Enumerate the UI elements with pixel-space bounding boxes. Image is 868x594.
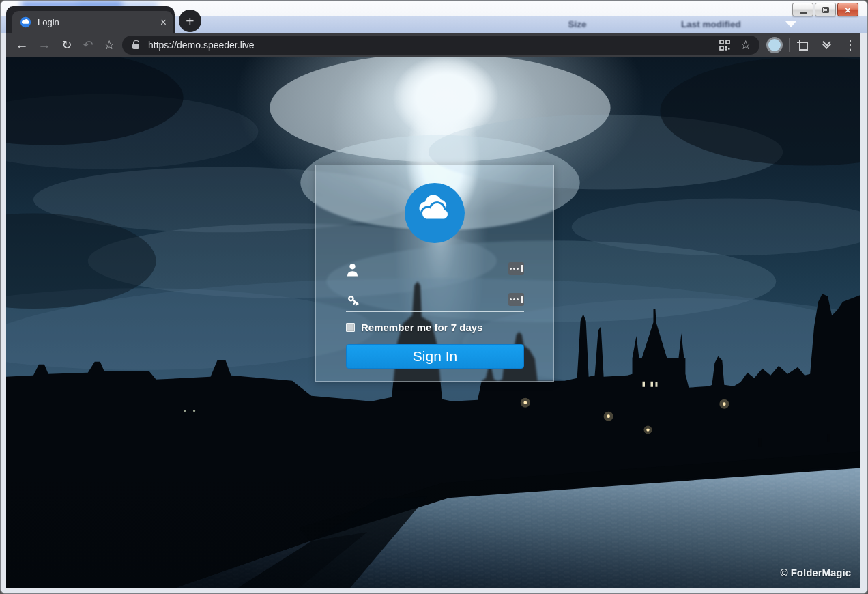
back-icon[interactable]: ← — [14, 33, 29, 57]
kebab-menu-icon[interactable]: ⋮ — [844, 33, 856, 57]
sign-in-button[interactable]: Sign In — [346, 344, 524, 369]
toolbar-divider — [789, 38, 790, 52]
password-input[interactable] — [368, 290, 501, 309]
column-last-modified: Last modified — [665, 19, 757, 29]
autofill-icon[interactable] — [508, 262, 524, 275]
password-field — [346, 289, 524, 312]
cloud-favicon-icon — [20, 16, 31, 28]
outer-window: Size Last modified × Login × + ← → ↻ ↶ ☆… — [0, 0, 868, 594]
page-viewport: Remember me for 7 days Sign In © FolderM… — [6, 57, 860, 588]
bookmark-icon[interactable]: ☆ — [740, 38, 751, 53]
login-card: Remember me for 7 days Sign In — [315, 165, 554, 382]
double-chevron-down-icon[interactable] — [821, 39, 832, 48]
minimize-button[interactable] — [792, 3, 813, 16]
reload-icon[interactable]: ↻ — [59, 33, 74, 57]
close-button[interactable]: × — [837, 3, 858, 16]
maximize-icon — [822, 7, 829, 13]
tab-title: Login — [38, 17, 160, 27]
column-size: Size — [557, 19, 598, 29]
remember-label: Remember me for 7 days — [361, 322, 482, 333]
profile-avatar[interactable] — [766, 37, 783, 53]
cloud-logo-icon — [405, 183, 465, 243]
user-icon — [346, 263, 359, 277]
remember-checkbox[interactable] — [346, 323, 355, 332]
url-text: https://demo.speeder.live — [148, 40, 710, 51]
tab-login[interactable]: Login × — [12, 11, 173, 33]
copyright-text: © FolderMagic — [780, 567, 851, 578]
window-controls: × — [792, 3, 858, 16]
minimize-icon — [800, 12, 807, 14]
username-input[interactable] — [368, 259, 501, 279]
new-tab-button[interactable]: + — [179, 10, 201, 32]
key-icon — [346, 293, 361, 308]
autofill-icon[interactable] — [508, 293, 524, 306]
remember-me-row: Remember me for 7 days — [346, 322, 482, 333]
browser-toolbar: ← → ↻ ↶ ☆ https://demo.speeder.live ☆ ⋮ — [6, 33, 860, 57]
tab-close-icon[interactable]: × — [160, 17, 167, 28]
undo-icon[interactable]: ↶ — [81, 33, 96, 57]
tab-strip: Login × — [6, 6, 175, 33]
username-field — [346, 258, 524, 281]
crop-icon[interactable] — [797, 40, 809, 51]
forward-icon[interactable]: → — [37, 33, 52, 57]
dropdown-caret-icon[interactable] — [785, 21, 796, 27]
qr-code-icon[interactable] — [719, 40, 730, 51]
close-icon: × — [845, 4, 851, 16]
lock-icon — [132, 44, 139, 49]
plus-icon: + — [186, 13, 194, 29]
bookmark-star-icon[interactable]: ☆ — [102, 33, 117, 57]
address-bar[interactable]: https://demo.speeder.live ☆ — [122, 36, 760, 55]
maximize-button[interactable] — [815, 3, 836, 16]
